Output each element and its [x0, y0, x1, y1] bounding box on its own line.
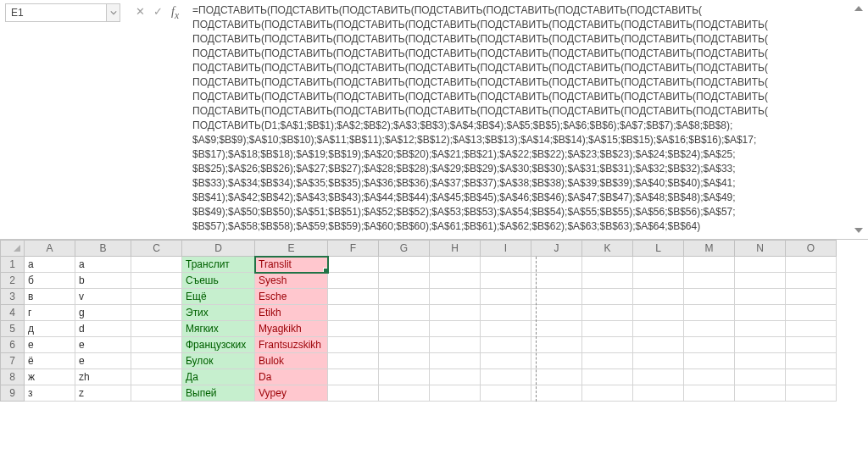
- cell-C5[interactable]: [131, 321, 182, 337]
- enter-icon[interactable]: ✓: [153, 5, 163, 18]
- cell-F7[interactable]: [328, 353, 379, 369]
- cell-L2[interactable]: [633, 273, 684, 289]
- cell-A6[interactable]: е: [25, 337, 75, 353]
- cell-J7[interactable]: [531, 353, 582, 369]
- cell-H8[interactable]: [430, 369, 481, 385]
- cell-A1[interactable]: а: [25, 257, 75, 273]
- cell-E6[interactable]: Frantsuzskikh: [255, 337, 328, 353]
- cell-B5[interactable]: d: [75, 321, 131, 337]
- select-all-corner[interactable]: [1, 241, 25, 257]
- cell-F3[interactable]: [328, 289, 379, 305]
- cell-G2[interactable]: [379, 273, 430, 289]
- cell-E2[interactable]: Syesh: [255, 273, 328, 289]
- name-box-dropdown[interactable]: [107, 3, 120, 22]
- cell-E8[interactable]: Da: [255, 369, 328, 385]
- cell-O6[interactable]: [786, 337, 837, 353]
- cell-N9[interactable]: [735, 385, 786, 402]
- cell-O7[interactable]: [786, 353, 837, 369]
- cell-E4[interactable]: Etikh: [255, 305, 328, 321]
- cell-D3[interactable]: Ещё: [182, 289, 255, 305]
- cell-O4[interactable]: [786, 305, 837, 321]
- cell-E7[interactable]: Bulok: [255, 353, 328, 369]
- cell-B4[interactable]: g: [75, 305, 131, 321]
- cell-B9[interactable]: z: [75, 385, 131, 402]
- cell-J9[interactable]: [531, 385, 582, 402]
- name-box[interactable]: E1: [5, 3, 107, 22]
- cell-O5[interactable]: [786, 321, 837, 337]
- cell-A4[interactable]: г: [25, 305, 75, 321]
- cell-H7[interactable]: [430, 353, 481, 369]
- col-header-K[interactable]: K: [582, 241, 633, 257]
- cell-D4[interactable]: Этих: [182, 305, 255, 321]
- cell-K6[interactable]: [582, 337, 633, 353]
- col-header-A[interactable]: A: [25, 241, 75, 257]
- cell-I2[interactable]: [481, 273, 531, 289]
- formula-bar-collapse-up[interactable]: [852, 3, 865, 14]
- cell-M3[interactable]: [684, 289, 735, 305]
- cell-K1[interactable]: [582, 257, 633, 273]
- cell-B8[interactable]: zh: [75, 369, 131, 385]
- cell-I7[interactable]: [481, 353, 531, 369]
- col-header-O[interactable]: O: [786, 241, 837, 257]
- col-header-H[interactable]: H: [430, 241, 481, 257]
- cell-B1[interactable]: a: [75, 257, 131, 273]
- col-header-B[interactable]: B: [75, 241, 131, 257]
- cell-G8[interactable]: [379, 369, 430, 385]
- cell-L9[interactable]: [633, 385, 684, 402]
- cell-F4[interactable]: [328, 305, 379, 321]
- cell-E3[interactable]: Esche: [255, 289, 328, 305]
- cell-N1[interactable]: [735, 257, 786, 273]
- row-header-2[interactable]: 2: [1, 273, 25, 289]
- cell-E1[interactable]: Translit: [255, 257, 328, 273]
- row-header-1[interactable]: 1: [1, 257, 25, 273]
- cell-K9[interactable]: [582, 385, 633, 402]
- cell-N6[interactable]: [735, 337, 786, 353]
- cell-G6[interactable]: [379, 337, 430, 353]
- cell-C4[interactable]: [131, 305, 182, 321]
- cell-D1[interactable]: Транслит: [182, 257, 255, 273]
- cell-D6[interactable]: Французских: [182, 337, 255, 353]
- col-header-D[interactable]: D: [182, 241, 255, 257]
- cell-G4[interactable]: [379, 305, 430, 321]
- cell-I4[interactable]: [481, 305, 531, 321]
- spreadsheet-grid[interactable]: ABCDEFGHIJKLMNO1аaТранслитTranslit2бbСъе…: [0, 240, 868, 402]
- cell-B3[interactable]: v: [75, 289, 131, 305]
- row-header-9[interactable]: 9: [1, 385, 25, 402]
- cell-C1[interactable]: [131, 257, 182, 273]
- cell-E5[interactable]: Myagkikh: [255, 321, 328, 337]
- col-header-J[interactable]: J: [531, 241, 582, 257]
- cell-C2[interactable]: [131, 273, 182, 289]
- cell-K3[interactable]: [582, 289, 633, 305]
- cell-D7[interactable]: Булок: [182, 353, 255, 369]
- cell-G7[interactable]: [379, 353, 430, 369]
- row-header-3[interactable]: 3: [1, 289, 25, 305]
- cell-M5[interactable]: [684, 321, 735, 337]
- cell-D2[interactable]: Съешь: [182, 273, 255, 289]
- row-header-6[interactable]: 6: [1, 337, 25, 353]
- cell-M1[interactable]: [684, 257, 735, 273]
- cell-J5[interactable]: [531, 321, 582, 337]
- cell-H6[interactable]: [430, 337, 481, 353]
- cell-E9[interactable]: Vypey: [255, 385, 328, 402]
- cell-B2[interactable]: b: [75, 273, 131, 289]
- cell-A7[interactable]: ё: [25, 353, 75, 369]
- cell-A2[interactable]: б: [25, 273, 75, 289]
- col-header-N[interactable]: N: [735, 241, 786, 257]
- cell-L3[interactable]: [633, 289, 684, 305]
- cell-K4[interactable]: [582, 305, 633, 321]
- cell-I5[interactable]: [481, 321, 531, 337]
- cell-O2[interactable]: [786, 273, 837, 289]
- cell-L8[interactable]: [633, 369, 684, 385]
- cell-L1[interactable]: [633, 257, 684, 273]
- cell-J6[interactable]: [531, 337, 582, 353]
- col-header-I[interactable]: I: [481, 241, 531, 257]
- cell-J8[interactable]: [531, 369, 582, 385]
- cell-J2[interactable]: [531, 273, 582, 289]
- row-header-5[interactable]: 5: [1, 321, 25, 337]
- cell-G3[interactable]: [379, 289, 430, 305]
- insert-function-icon[interactable]: fx: [171, 5, 179, 21]
- cell-J3[interactable]: [531, 289, 582, 305]
- cell-I9[interactable]: [481, 385, 531, 402]
- cell-A9[interactable]: з: [25, 385, 75, 402]
- cell-B7[interactable]: e: [75, 353, 131, 369]
